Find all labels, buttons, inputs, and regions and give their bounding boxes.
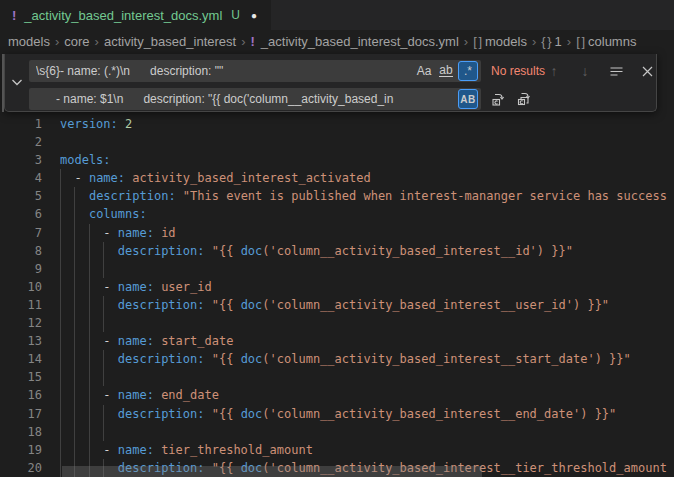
code-line-content[interactable]: description: "{{ doc('column__activity_b… <box>60 405 674 423</box>
code-token: - <box>60 443 118 457</box>
tab-bar: ! _activity_based_interest_docs.yml U ● <box>0 0 674 30</box>
close-icon <box>641 65 654 78</box>
line-number: 6 <box>0 205 42 223</box>
breadcrumb-separator-icon: › <box>241 34 245 49</box>
toggle-replace-button[interactable] <box>5 54 29 111</box>
previous-match-button[interactable]: ↑ <box>545 62 563 80</box>
code-token <box>60 407 118 421</box>
code-line-content[interactable]: description: "{{ doc('column__activity_b… <box>60 350 674 368</box>
match-case-button[interactable]: Aa <box>414 61 434 81</box>
code-line-content[interactable]: version: 2 <box>60 115 674 133</box>
code-line-content[interactable] <box>60 368 674 386</box>
breadcrumb-separator-icon: › <box>55 34 59 49</box>
code-token: models: <box>60 153 111 167</box>
indent-guide <box>60 423 61 441</box>
code-line: 11 description: "{{ doc('column__activit… <box>0 296 674 314</box>
line-number: 20 <box>0 459 42 477</box>
unsaved-changes-dot-icon[interactable]: ● <box>251 10 257 21</box>
code-line-content[interactable] <box>60 314 674 332</box>
replace-button[interactable] <box>489 90 507 108</box>
line-number: 17 <box>0 405 42 423</box>
code-token: doc <box>241 407 263 421</box>
code-token: ('column__activity_based_interest__end_d… <box>262 407 616 421</box>
replace-value-text: - name: $1\n description: "{{ doc('colum… <box>36 88 451 110</box>
code-line: 15 <box>0 368 674 386</box>
code-line: 10 - name: user_id <box>0 278 674 296</box>
indent-guide <box>60 368 61 386</box>
code-line-content[interactable]: description: "{{ doc('column__activity_b… <box>60 296 674 314</box>
code-line-content[interactable]: description: "This event is published wh… <box>60 187 674 205</box>
breadcrumb-item-file[interactable]: !_activity_based_interest_docs.yml <box>251 34 459 49</box>
line-number: 18 <box>0 423 42 441</box>
breadcrumb-separator-icon: › <box>567 34 571 49</box>
code-token: name: <box>118 226 154 240</box>
indent-guide <box>74 260 75 278</box>
replace-all-icon <box>516 91 532 107</box>
indent-guide <box>60 314 61 332</box>
code-line-content[interactable]: description: "{{ doc('column__activity_b… <box>60 242 674 260</box>
find-input[interactable]: \s{6}- name: (.*)\n description: "" Aa a… <box>29 60 481 82</box>
breadcrumb-item-models[interactable]: models <box>8 34 50 49</box>
code-line-content[interactable]: - name: user_id <box>60 278 674 296</box>
code-area: 1version: 223models:4 - name: activity_b… <box>0 115 674 477</box>
code-line-content[interactable] <box>60 260 674 278</box>
code-line-content[interactable]: - name: start_date <box>60 332 674 350</box>
code-token <box>60 207 89 221</box>
find-widget-sash[interactable] <box>2 54 4 112</box>
replace-input[interactable]: - name: $1\n description: "{{ doc('colum… <box>29 88 481 110</box>
code-line-content[interactable]: columns: <box>60 205 674 223</box>
breadcrumb-item-symbol-models[interactable]: [ ]models <box>473 34 527 49</box>
line-number: 8 <box>0 242 42 260</box>
breadcrumb-separator-icon: › <box>95 34 99 49</box>
find-in-selection-button[interactable] <box>607 62 625 80</box>
replace-all-button[interactable] <box>515 90 533 108</box>
line-number: 1 <box>0 115 42 133</box>
code-token: - <box>60 280 118 294</box>
code-token: ('column__activity_based_interest__id') … <box>262 244 573 258</box>
code-line-content[interactable]: - name: id <box>60 224 674 242</box>
code-line-content[interactable]: - name: activity_based_interest_activate… <box>60 169 674 187</box>
code-line-content[interactable]: - name: end_date <box>60 386 674 404</box>
indent-guide <box>74 314 75 332</box>
code-token <box>60 189 89 203</box>
code-token: "{{ <box>205 298 241 312</box>
line-number: 7 <box>0 224 42 242</box>
breadcrumb-item-symbol-columns[interactable]: [ ]columns <box>576 34 636 49</box>
preserve-case-button[interactable]: AB <box>458 89 478 109</box>
breadcrumb-item-activity-based-interest[interactable]: activity_based_interest <box>104 34 236 49</box>
indent-guide <box>89 314 90 332</box>
code-line: 1version: 2 <box>0 115 674 133</box>
horizontal-scrollbar[interactable] <box>62 466 482 477</box>
tab-activity-based-interest-docs[interactable]: ! _activity_based_interest_docs.yml U ● <box>0 0 271 30</box>
yaml-file-icon: ! <box>251 34 255 49</box>
code-line-content[interactable] <box>60 133 674 151</box>
code-line-content[interactable] <box>60 423 674 441</box>
indent-guide <box>103 260 104 278</box>
code-token <box>60 244 118 258</box>
code-line: 5 description: "This event is published … <box>0 187 674 205</box>
code-token: user_id <box>154 280 212 294</box>
code-token <box>118 117 125 131</box>
close-find-widget-button[interactable] <box>638 62 656 80</box>
code-line-content[interactable]: models: <box>60 151 674 169</box>
symbol-object-icon: { } <box>541 34 550 49</box>
code-token: start_date <box>154 334 233 348</box>
code-token: "{{ <box>205 244 241 258</box>
code-token: "{{ <box>205 352 241 366</box>
indent-guide <box>89 423 90 441</box>
code-token: description: <box>118 244 205 258</box>
code-token: "{{ <box>205 407 241 421</box>
code-token: activity_based_interest_activated <box>125 171 371 185</box>
code-token: - <box>60 334 118 348</box>
line-number: 16 <box>0 386 42 404</box>
code-token: version: <box>60 117 118 131</box>
code-line-content[interactable]: - name: tier_threshold_amount <box>60 441 674 459</box>
whole-word-button[interactable]: ab <box>436 61 456 81</box>
code-token: doc <box>241 244 263 258</box>
next-match-button[interactable]: ↓ <box>576 62 594 80</box>
breadcrumb-item-core[interactable]: core <box>64 34 89 49</box>
code-line: 2 <box>0 133 674 151</box>
find-replace-widget: \s{6}- name: (.*)\n description: "" Aa a… <box>4 54 657 112</box>
breadcrumb-item-symbol-1[interactable]: { }1 <box>541 34 562 49</box>
regex-button[interactable]: .* <box>458 61 478 81</box>
